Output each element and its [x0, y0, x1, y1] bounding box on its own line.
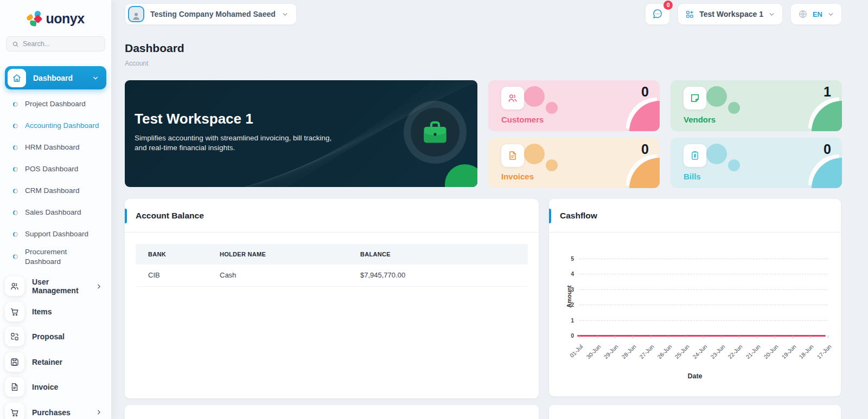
- sidebar-subitem-hrm-dashboard[interactable]: HRM Dashboard: [0, 137, 111, 158]
- language-label: EN: [813, 10, 822, 18]
- x-tick: [828, 336, 828, 338]
- sidebar-item-invoice[interactable]: Invoice: [0, 375, 111, 400]
- y-tick-label: 2: [571, 301, 574, 308]
- language-selector[interactable]: EN: [790, 3, 842, 25]
- sidebar-subitem-label: Support Dashboard: [25, 229, 88, 239]
- sidebar-subitem-sales-dashboard[interactable]: Sales Dashboard: [0, 202, 111, 223]
- x-tick: [579, 336, 580, 338]
- stat-label: Vendors: [684, 115, 716, 124]
- x-tick: [650, 336, 651, 338]
- x-tick-label: 22-Jun: [727, 343, 744, 360]
- gridline: [579, 259, 828, 259]
- person-icon: [131, 10, 142, 21]
- sidebar-item-label: Invoice: [32, 383, 103, 391]
- workspace-selector[interactable]: Test Workspace 1: [678, 3, 783, 25]
- decor-blob: [524, 86, 545, 107]
- avatar: [128, 6, 144, 22]
- x-tick: [793, 336, 793, 338]
- workspace-grid-icon: [685, 10, 694, 19]
- card-header: Cashflow: [549, 199, 841, 233]
- decor-corner: [812, 158, 842, 188]
- table-cell: CIB: [136, 265, 220, 286]
- sidebar-item-label: Dashboard: [33, 74, 85, 82]
- sidebar-subitem-accounting-dashboard[interactable]: Accounting Dashboard: [0, 115, 111, 137]
- sidebar-item-label: Retainer: [32, 358, 103, 366]
- stat-label: Bills: [684, 172, 701, 181]
- table-header-row: BANKHOLDER NAMEBALANCE: [136, 244, 528, 265]
- cart-icon: [5, 302, 24, 321]
- sidebar-item-purchases[interactable]: Purchases: [0, 400, 111, 419]
- x-tick: [686, 336, 686, 338]
- sidebar-subitem-support-dashboard[interactable]: Support Dashboard: [0, 223, 111, 245]
- table-row[interactable]: CIBCash$7,945,770.00: [136, 265, 528, 286]
- search-input[interactable]: [23, 40, 99, 48]
- sidebar-subitem-pos-dashboard[interactable]: POS Dashboard: [0, 158, 111, 180]
- decor-blob: [728, 159, 740, 171]
- purchases-icon: [5, 403, 24, 419]
- column-header: HOLDER NAME: [220, 244, 360, 265]
- plot-area: 012345: [579, 259, 828, 336]
- stat-card-bills[interactable]: 0Bills: [671, 138, 842, 188]
- sidebar-item-retainer[interactable]: Retainer: [0, 350, 111, 375]
- x-tick: [704, 336, 704, 338]
- sidebar-item-items[interactable]: Items: [0, 299, 111, 325]
- x-tick-label: 26-Jun: [656, 343, 673, 360]
- stat-card-invoices[interactable]: 0Invoices: [488, 138, 660, 188]
- page-title: Dashboard: [125, 42, 842, 55]
- decor-corner: [812, 101, 842, 131]
- sidebar-subitem-label: Procurement Dashboard: [25, 247, 104, 266]
- globe-icon: [798, 9, 808, 19]
- sidebar-subitem-label: Sales Dashboard: [25, 208, 81, 217]
- sidebar-subitem-procurement-dashboard[interactable]: Procurement Dashboard: [0, 245, 111, 268]
- sidebar: uonyx Dashboard Project DashboardAccount…: [0, 0, 111, 419]
- company-selector[interactable]: Testing Company Mohamed Saeed: [125, 3, 297, 25]
- x-axis-label: Date: [549, 372, 841, 380]
- stat-card-vendors[interactable]: 1Vendors: [671, 80, 842, 131]
- sidebar-item-dashboard[interactable]: Dashboard: [5, 66, 106, 89]
- page-header: Dashboard Account: [125, 42, 842, 67]
- chat-button[interactable]: 0: [645, 3, 670, 25]
- bullet-icon: [13, 232, 18, 237]
- y-tick-label: 5: [571, 255, 574, 262]
- stat-label: Customers: [501, 115, 544, 124]
- x-tick-label: 29-Jun: [603, 343, 620, 360]
- chevron-down-icon: [282, 11, 289, 18]
- bills-icon: [684, 144, 706, 167]
- account-balance-table: BANKHOLDER NAMEBALANCE CIBCash$7,945,770…: [136, 244, 528, 287]
- stat-value: 1: [824, 84, 831, 100]
- logo-icon: [27, 11, 42, 26]
- sidebar-subitem-crm-dashboard[interactable]: CRM Dashboard: [0, 180, 111, 202]
- app-logo[interactable]: uonyx: [0, 9, 111, 28]
- column-header: BALANCE: [360, 244, 528, 265]
- stat-value: 0: [641, 141, 649, 157]
- stat-value: 0: [824, 141, 831, 157]
- card-accent-bar: [125, 209, 127, 223]
- x-tick-label: 30-Jun: [585, 343, 602, 360]
- chat-badge: 0: [663, 1, 673, 10]
- y-tick-label: 0: [571, 332, 574, 339]
- x-tick-label: 17-Jun: [815, 343, 832, 360]
- sidebar-item-label: Proposal: [32, 332, 103, 341]
- gridline: [579, 274, 828, 274]
- home-icon: [8, 69, 26, 87]
- sidebar-item-user-management[interactable]: User Management: [0, 274, 111, 299]
- sidebar-subitem-label: CRM Dashboard: [25, 186, 80, 196]
- x-tick: [739, 336, 739, 338]
- x-tick-label: 20-Jun: [762, 343, 779, 360]
- sidebar-subitem-project-dashboard[interactable]: Project Dashboard: [0, 93, 111, 115]
- sidebar-subitem-label: Accounting Dashboard: [25, 121, 99, 131]
- decor-corner: [629, 158, 660, 188]
- sidebar-search[interactable]: [6, 36, 105, 51]
- cashflow-card: Cashflow Amount 012345 01-Jul30-Jun29-Ju…: [549, 199, 841, 396]
- decor-blob: [728, 102, 740, 114]
- decor-blob: [706, 144, 727, 164]
- search-icon: [12, 41, 19, 48]
- banner-subtitle: Simplifies accounting with streamlined i…: [135, 133, 331, 152]
- bullet-icon: [13, 254, 18, 259]
- x-tick: [775, 336, 775, 338]
- sidebar-item-proposal[interactable]: Proposal: [0, 324, 111, 350]
- vendors-icon: [684, 87, 706, 109]
- table-cell: $7,945,770.00: [360, 265, 528, 286]
- stat-card-customers[interactable]: 0Customers: [488, 80, 660, 131]
- sidebar-item-label: Purchases: [32, 408, 88, 417]
